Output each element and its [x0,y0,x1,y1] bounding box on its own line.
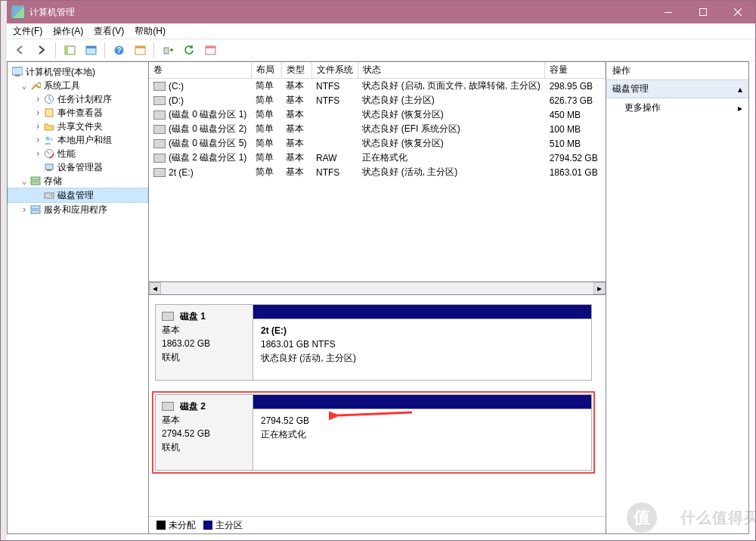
content: 计算机管理(本地) ⌄系统工具 ›任务计划程序 ›事件查看器 ›共享文件夹 ›本… [7,61,749,534]
expand-icon[interactable]: › [33,107,42,118]
expand-icon[interactable]: › [20,204,29,215]
tree-disk-management[interactable]: 磁盘管理 [8,188,148,203]
table-row[interactable]: (磁盘 0 磁盘分区 1)简单基本状态良好 (恢复分区)450 MB [149,107,606,122]
tree-event-viewer[interactable]: ›事件查看器 [8,106,148,120]
volume-icon [153,139,166,148]
tree-system-tools[interactable]: ⌄系统工具 [8,79,148,92]
tree-local-users[interactable]: ›本地用户和组 [8,133,148,147]
users-icon [44,135,54,145]
tree-services-apps[interactable]: ›服务和应用程序 [8,203,148,216]
titlebar[interactable]: 计算机管理 [7,1,755,23]
disk-1-label[interactable]: 磁盘 1 基本 1863.02 GB 联机 [155,304,253,381]
svg-rect-3 [65,46,68,54]
partition-header [253,394,592,409]
menubar: 文件(F) 操作(A) 查看(V) 帮助(H) [7,23,755,39]
tree-performance[interactable]: ›性能 [8,147,148,160]
refresh-button[interactable] [180,41,198,59]
col-fs[interactable]: 文件系统 [311,62,358,79]
menu-view[interactable]: 查看(V) [94,25,124,38]
navigation-tree[interactable]: 计算机管理(本地) ⌄系统工具 ›任务计划程序 ›事件查看器 ›共享文件夹 ›本… [8,62,149,533]
annotation-arrow-icon [329,406,420,424]
collapse-icon[interactable]: ⌄ [20,80,29,91]
volume-icon [153,168,166,177]
show-hide-tree-button[interactable] [60,41,79,59]
disk-1-partition[interactable]: 2t (E:) 1863.01 GB NTFS 状态良好 (活动, 主分区) [253,304,592,381]
svg-rect-23 [31,177,40,180]
legend-primary: 主分区 [203,519,243,532]
col-capacity[interactable]: 容量 [545,62,606,79]
computer-icon [12,67,23,77]
svg-rect-16 [45,109,53,117]
col-type[interactable]: 类型 [281,62,311,79]
horizontal-scrollbar[interactable]: ◂ ▸ [149,282,606,295]
svg-text:?: ? [116,46,121,54]
table-row[interactable]: (磁盘 2 磁盘分区 1)简单基本RAW正在格式化2794.52 GB [149,151,606,165]
svg-rect-5 [86,46,96,48]
volume-icon [153,154,166,163]
volume-list[interactable]: 卷 布局 类型 文件系统 状态 容量 (C:)简单基本NTFS状态良好 (启动,… [149,62,606,282]
chevron-up-icon[interactable]: ▴ [738,84,742,95]
svg-rect-28 [31,210,40,213]
scroll-left-button[interactable]: ◂ [149,282,161,294]
disk-icon [162,312,174,321]
svg-rect-10 [164,48,169,54]
table-row[interactable]: (磁盘 0 磁盘分区 2)简单基本状态良好 (EFI 系统分区)100 MB [149,122,606,136]
maximize-button[interactable] [686,1,720,23]
expand-icon[interactable]: › [33,135,42,145]
volume-table: 卷 布局 类型 文件系统 状态 容量 (C:)简单基本NTFS状态良好 (启动,… [149,62,606,179]
legend-unallocated: 未分配 [156,519,196,532]
back-button[interactable] [11,41,29,59]
forward-button[interactable] [33,41,51,59]
disk-2[interactable]: 磁盘 2 基本 2794.52 GB 联机 2794.52 GB 正在格式化 [155,394,592,471]
menu-file[interactable]: 文件(F) [13,25,42,38]
tree-device-manager[interactable]: 设备管理器 [8,160,148,174]
scroll-right-button[interactable]: ▸ [593,282,606,294]
partition-body[interactable]: 2794.52 GB 正在格式化 [253,409,592,471]
menu-help[interactable]: 帮助(H) [135,25,166,38]
more-actions-item[interactable]: 更多操作 ▸ [606,98,748,117]
svg-rect-22 [47,169,51,171]
svg-rect-27 [31,206,40,209]
partition-body[interactable]: 2t (E:) 1863.01 GB NTFS 状态良好 (活动, 主分区) [253,319,592,381]
col-status[interactable]: 状态 [358,62,544,79]
action-button[interactable] [159,41,177,59]
svg-rect-0 [665,12,672,13]
table-header[interactable]: 卷 布局 类型 文件系统 状态 容量 [149,62,606,79]
expand-icon[interactable]: › [33,148,42,159]
actions-panel: 操作 磁盘管理 ▴ 更多操作 ▸ [606,62,748,533]
svg-rect-21 [45,164,53,169]
disk-layout-panel[interactable]: 磁盘 1 基本 1863.02 GB 联机 2t (E:) 1863.01 GB… [149,295,606,516]
view-button[interactable] [82,41,100,59]
tree-root[interactable]: 计算机管理(本地) [8,65,148,79]
menu-action[interactable]: 操作(A) [53,25,83,38]
tree-shared-folders[interactable]: ›共享文件夹 [8,120,148,133]
col-layout[interactable]: 布局 [251,62,281,79]
expand-icon[interactable]: › [33,94,42,104]
list-button[interactable] [201,41,219,59]
close-button[interactable] [720,1,755,23]
disk-1[interactable]: 磁盘 1 基本 1863.02 GB 联机 2t (E:) 1863.01 GB… [155,304,592,381]
event-icon [44,107,54,118]
left-margin [1,1,7,541]
help-button[interactable]: ? [110,41,128,59]
tree-storage[interactable]: ⌄存储 [8,174,148,188]
gauge-icon [44,148,54,159]
minimize-button[interactable] [651,1,686,23]
storage-icon [30,176,41,186]
collapse-icon[interactable]: ⌄ [20,176,29,186]
expand-icon[interactable]: › [33,121,42,132]
table-row[interactable]: (磁盘 0 磁盘分区 5)简单基本状态良好 (恢复分区)510 MB [149,136,606,151]
table-row[interactable]: 2t (E:)简单基本NTFS状态良好 (活动, 主分区)1863.01 GB [149,165,606,179]
col-volume[interactable]: 卷 [149,62,251,79]
table-row[interactable]: (C:)简单基本NTFS状态良好 (启动, 页面文件, 故障转储, 主分区)29… [149,79,606,94]
disk-2-partition[interactable]: 2794.52 GB 正在格式化 [253,394,592,471]
svg-point-18 [50,138,53,141]
svg-rect-14 [15,75,20,76]
disk-2-label[interactable]: 磁盘 2 基本 2794.52 GB 联机 [155,394,253,471]
table-row[interactable]: (D:)简单基本NTFS状态良好 (主分区)626.73 GB [149,93,606,107]
volume-icon [153,82,166,91]
tree-task-scheduler[interactable]: ›任务计划程序 [8,92,148,106]
settings-button[interactable] [131,41,149,59]
svg-line-29 [338,412,412,415]
actions-section[interactable]: 磁盘管理 ▴ [606,80,748,98]
